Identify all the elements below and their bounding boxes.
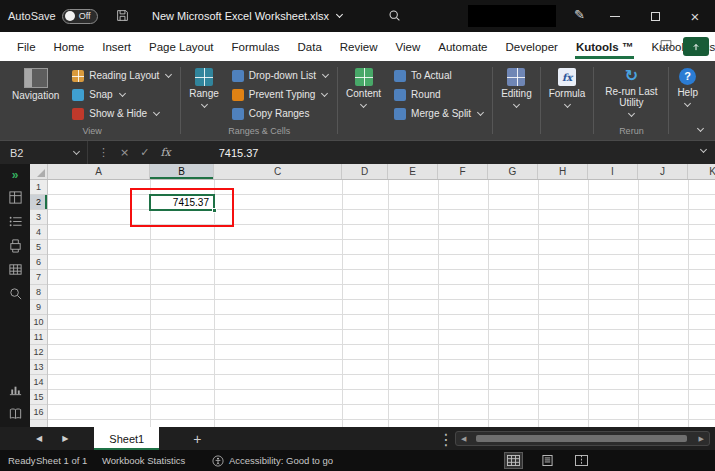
row-header-12[interactable]: 12: [30, 345, 47, 360]
column-header-j[interactable]: J: [638, 164, 688, 179]
horizontal-scrollbar[interactable]: ◀ ▶: [455, 431, 710, 446]
row-header-9[interactable]: 9: [30, 300, 47, 315]
row-header-7[interactable]: 7: [30, 270, 47, 285]
row-header-5[interactable]: 5: [30, 240, 47, 255]
save-icon[interactable]: [116, 9, 129, 24]
column-header-i[interactable]: I: [588, 164, 638, 179]
tab-review[interactable]: Review: [331, 32, 387, 61]
row-header-13[interactable]: 13: [30, 360, 47, 375]
merge-split-button[interactable]: Merge & Split: [387, 104, 490, 123]
editing-button[interactable]: Editing: [495, 64, 538, 107]
row-header-2[interactable]: 2: [30, 195, 47, 210]
autosave-switch[interactable]: Off: [62, 9, 98, 24]
row-header-1[interactable]: 1: [30, 180, 47, 195]
column-header-c[interactable]: C: [214, 164, 342, 179]
row-header-16[interactable]: 16: [30, 405, 47, 420]
sheet-nav: ◀ ▶: [36, 434, 68, 443]
row-header-11[interactable]: 11: [30, 330, 47, 345]
tab-insert[interactable]: Insert: [93, 32, 140, 61]
prevent-typing-button[interactable]: Prevent Typing: [225, 85, 335, 104]
search-icon[interactable]: [388, 9, 401, 24]
find-icon[interactable]: [8, 286, 23, 301]
maximize-button[interactable]: [635, 0, 675, 32]
tab-kutools[interactable]: Kutools ™: [567, 32, 643, 61]
tab-home[interactable]: Home: [45, 32, 94, 61]
select-all-corner[interactable]: [30, 164, 48, 179]
navigation-button[interactable]: Navigation: [6, 64, 65, 101]
edit-pencil-icon[interactable]: ✎: [574, 7, 585, 22]
printer-icon[interactable]: [8, 238, 23, 253]
range-button[interactable]: Range: [183, 64, 224, 107]
tab-automate[interactable]: Automate: [429, 32, 496, 61]
chart-icon[interactable]: [8, 382, 23, 397]
tab-file[interactable]: File: [8, 32, 45, 61]
gridline: [488, 180, 489, 427]
column-header-f[interactable]: F: [438, 164, 488, 179]
tab-view[interactable]: View: [387, 32, 430, 61]
show-hide-button[interactable]: Show & Hide: [65, 104, 178, 123]
column-header-e[interactable]: E: [388, 164, 438, 179]
table-grid-icon[interactable]: [8, 262, 23, 277]
list-icon[interactable]: [8, 214, 23, 229]
rerun-last-utility-button[interactable]: ↻ Re-run Last Utility: [596, 64, 666, 116]
accessibility-status[interactable]: Accessibility: Good to go: [212, 450, 333, 471]
dropdown-list-button[interactable]: Drop-down List: [225, 66, 335, 85]
page-layout-view-icon[interactable]: [539, 453, 556, 468]
book-icon[interactable]: [8, 406, 23, 421]
column-header-g[interactable]: G: [488, 164, 538, 179]
row-header-3[interactable]: 3: [30, 210, 47, 225]
expand-pane-icon[interactable]: »: [12, 169, 19, 181]
row-header-10[interactable]: 10: [30, 315, 47, 330]
cancel-icon[interactable]: ×: [120, 146, 129, 159]
autosave-toggle[interactable]: AutoSave Off: [8, 0, 98, 32]
content-button[interactable]: Content: [340, 64, 387, 107]
scroll-right-icon[interactable]: ▶: [699, 435, 704, 443]
scroll-left-icon[interactable]: ◀: [461, 435, 466, 443]
tab-developer[interactable]: Developer: [496, 32, 566, 61]
normal-view-icon[interactable]: [505, 453, 522, 468]
comments-icon[interactable]: [659, 38, 673, 56]
editing-label: Editing: [501, 88, 532, 99]
new-sheet-button[interactable]: +: [193, 431, 201, 447]
column-header-b[interactable]: B: [150, 164, 214, 179]
sheet-tab-sheet1[interactable]: Sheet1: [94, 427, 159, 450]
row-header-4[interactable]: 4: [30, 225, 47, 240]
column-header-d[interactable]: D: [342, 164, 388, 179]
column-header-h[interactable]: H: [538, 164, 588, 179]
to-actual-button[interactable]: To Actual: [387, 66, 490, 85]
tab-formulas[interactable]: Formulas: [223, 32, 289, 61]
name-box[interactable]: B2: [0, 141, 88, 164]
column-header-k[interactable]: K: [688, 164, 715, 179]
share-button[interactable]: [683, 37, 709, 56]
more-options-icon[interactable]: ⋮: [438, 430, 454, 449]
insert-function-icon[interactable]: fx: [160, 146, 170, 159]
row-header-14[interactable]: 14: [30, 375, 47, 390]
column-header-a[interactable]: A: [48, 164, 150, 179]
workbook-sheet-icon[interactable]: [8, 190, 23, 205]
round-button[interactable]: Round: [387, 85, 490, 104]
scrollbar-thumb[interactable]: [476, 435, 687, 442]
minimize-button[interactable]: [595, 0, 635, 32]
next-sheet-icon[interactable]: ▶: [62, 434, 68, 443]
row-header-8[interactable]: 8: [30, 285, 47, 300]
row-header-6[interactable]: 6: [30, 255, 47, 270]
document-title[interactable]: New Microsoft Excel Worksheet.xlsx: [152, 0, 342, 32]
reading-layout-button[interactable]: Reading Layout: [65, 66, 178, 85]
formula-input[interactable]: 7415.37: [219, 147, 259, 159]
close-button[interactable]: ×: [675, 0, 715, 32]
tab-page-layout[interactable]: Page Layout: [140, 32, 223, 61]
help-button[interactable]: ? Help: [671, 64, 704, 106]
expand-formula-bar-icon[interactable]: [700, 146, 707, 153]
page-break-preview-icon[interactable]: [573, 453, 590, 468]
workbook-statistics-button[interactable]: Workbook Statistics: [102, 450, 185, 471]
chevron-down-icon: [165, 70, 172, 77]
grip-dots-icon[interactable]: ⋮: [98, 146, 109, 159]
formula-button[interactable]: fx Formula: [543, 64, 592, 107]
previous-sheet-icon[interactable]: ◀: [36, 434, 42, 443]
grid-cells[interactable]: 7415.37: [48, 180, 715, 427]
copy-ranges-button[interactable]: Copy Ranges: [225, 104, 335, 123]
enter-icon[interactable]: ✓: [140, 146, 149, 159]
row-header-15[interactable]: 15: [30, 390, 47, 405]
tab-data[interactable]: Data: [289, 32, 331, 61]
snap-button[interactable]: Snap: [65, 85, 178, 104]
